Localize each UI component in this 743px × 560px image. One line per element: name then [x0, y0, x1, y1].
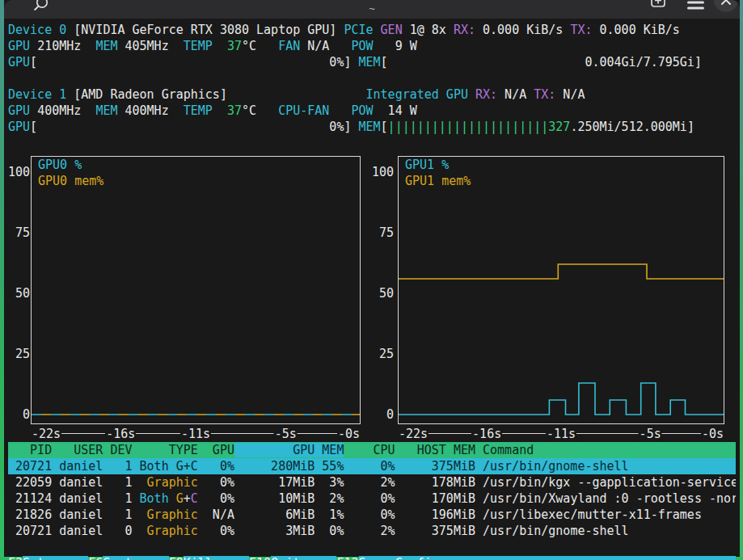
y-tick-label: 25: [379, 346, 394, 362]
device0-info-line2: GPU 210MHz MEM 405MHz TEMP 37°C FAN N/A …: [8, 38, 736, 54]
text-run: N/A: [563, 87, 585, 102]
process-row[interactable]: 20721 daniel 0 Graphic 0% 3MiB 0% 2% 375…: [8, 523, 736, 539]
x-tick-label: -0s: [337, 426, 361, 442]
text-run: CPU-FAN: [278, 103, 336, 118]
text-run: Graphic: [147, 507, 198, 522]
legend-entry: GPU0 mem%: [38, 173, 103, 189]
text-run: +: [184, 491, 191, 506]
fn-setup[interactable]: Setup: [23, 556, 88, 560]
function-key-bar[interactable]: F2Setup F6Sort F9Kill F10Quit F12Save Co…: [8, 555, 736, 560]
text-run: MEM: [95, 103, 125, 118]
text-run: 21124 daniel 1: [8, 491, 140, 506]
new-tab-icon[interactable]: [650, 0, 666, 14]
text-run: °C: [242, 103, 278, 118]
fn-key-f2[interactable]: F2: [8, 556, 23, 560]
process-row-selected[interactable]: 20721 daniel 1 Both G+C 0% 280MiB 55% 0%…: [8, 458, 736, 474]
text-run: C: [191, 491, 198, 506]
x-tick-label: -11s: [180, 426, 211, 442]
x-tick-label: -11s: [546, 426, 576, 442]
text-run: [: [381, 120, 388, 134]
fn-key-f9[interactable]: F9: [169, 556, 184, 560]
text-run: MEM: [358, 55, 380, 69]
text-run: GPU: [8, 55, 30, 69]
process-table-header: PID USER DEV TYPE GPU GPU MEM CPU HOST M…: [8, 442, 736, 458]
device1-gauges-line: GPU[ 0%] MEM[||||||||||||||||||||||327.2…: [8, 119, 736, 135]
gpu0-chart-legend: GPU0 %GPU0 mem%: [38, 157, 103, 189]
process-row[interactable]: 21826 daniel 1 Graphic N/A 6MiB 1% 0% 19…: [8, 507, 736, 523]
gpu0-chart-xaxis: -22s-16s-11s-5s-0s: [31, 426, 361, 442]
text-run: 0.000 KiB/s: [600, 23, 680, 37]
text-run: 37: [227, 39, 242, 53]
process-row[interactable]: 22059 daniel 1 Graphic 0% 17MiB 3% 2% 17…: [8, 474, 736, 491]
window-title: ~: [4, 2, 740, 15]
text-run: 20721 daniel 1 Both G+C 0% 280MiB 55% 0%…: [8, 459, 629, 474]
process-row[interactable]: 21124 daniel 1 Both G+C 0% 10MiB 2% 0% 1…: [8, 491, 736, 507]
close-icon[interactable]: [714, 0, 738, 12]
text-run: 0.000 KiB/s: [483, 23, 570, 37]
gpu1-utilization-chart: GPU1 %GPU1 mem%: [398, 156, 724, 424]
gpu1-chart-xaxis: -22s-16s-11s-5s-0s: [398, 426, 724, 442]
process-table: PID USER DEV TYPE GPU GPU MEM CPU HOST M…: [4, 442, 740, 539]
text-run: POW: [351, 103, 380, 118]
device1-info-line2: GPU 400MHz MEM 400MHz TEMP 37°C CPU-FAN …: [8, 103, 736, 119]
y-tick-label: 100: [372, 164, 394, 180]
fn-key-f6[interactable]: F6: [88, 556, 103, 560]
nvtop-terminal-window: ~ Device 0 [NVIDIA GeForce RTX 3080 Lapt…: [0, 0, 743, 560]
legend-entry: GPU1 %: [405, 157, 471, 173]
text-run: 1@ 8x: [410, 23, 454, 37]
text-run: CPU HOST MEM Command: [344, 443, 534, 457]
text-run: TEMP: [184, 103, 227, 118]
x-tick-label: -16s: [471, 426, 502, 442]
text-run: 20721 daniel 0: [8, 524, 147, 538]
text-run: [169, 491, 176, 506]
fn-key-f10[interactable]: F10: [249, 556, 271, 560]
text-run: N/A: [504, 87, 534, 102]
device1-info-line1: Device 1 [AMD Radeon Graphics] Integrate…: [8, 86, 736, 103]
x-tick-label: -22s: [31, 426, 61, 442]
y-tick-label: 0: [386, 406, 394, 423]
y-tick-label: 0: [23, 406, 30, 423]
window-edge-right: [740, 0, 743, 560]
text-run: [ 0%]: [30, 120, 358, 134]
fn-sort[interactable]: Sort: [103, 556, 168, 560]
text-run: G: [176, 491, 184, 506]
text-run: GPU MEM: [234, 443, 344, 457]
text-run: GPU: [8, 120, 30, 134]
text-run: TX:: [534, 87, 563, 102]
text-run: 22059 daniel 1: [8, 475, 147, 490]
fn-key-f12[interactable]: F12: [336, 556, 358, 560]
y-tick-label: 75: [15, 225, 30, 241]
y-tick-label: 50: [379, 285, 394, 301]
text-run: 0% 3MiB 0% 2% 375MiB /usr/bin/gnome-shel…: [198, 524, 629, 538]
text-run: .250Mi/512.000Mi]: [570, 120, 694, 134]
fn-kill[interactable]: Kill: [184, 556, 249, 560]
x-tick-label: -22s: [398, 426, 428, 442]
text-run: TX:: [570, 23, 599, 37]
text-run: N/A: [307, 39, 351, 53]
text-run: N/A 6MiB 1% 0% 196MiB /usr/libexec/mutte…: [198, 507, 702, 522]
gpu1-chart-plot: [399, 157, 724, 423]
gpu0-chart-plot: [32, 157, 360, 423]
text-run: GEN: [381, 23, 410, 37]
blank-line: [8, 539, 736, 555]
y-tick-label: 25: [15, 346, 30, 362]
text-run: POW: [351, 39, 380, 53]
gpu0-chart-yaxis: 1007550250: [6, 151, 30, 442]
fn-save-config[interactable]: Save Config: [359, 556, 737, 560]
text-run: [NVIDIA GeForce RTX 3080 Laptop GPU]: [66, 23, 344, 37]
text-run: PID USER DEV TYPE GPU: [8, 443, 234, 457]
terminal: Device 0 [NVIDIA GeForce RTX 3080 Laptop…: [4, 19, 740, 557]
text-run: GPU: [8, 103, 37, 118]
text-run: °C: [242, 39, 278, 53]
text-run: 0% 17MiB 3% 2% 178MiB /usr/bin/kgx --gap…: [198, 475, 736, 490]
menu-icon[interactable]: [687, 0, 705, 15]
fn-quit[interactable]: Quit: [271, 556, 336, 560]
y-tick-label: 75: [379, 225, 394, 241]
text-run: PCIe: [344, 23, 380, 37]
text-run: Graphic: [147, 524, 198, 538]
text-run: 400MHz: [37, 103, 95, 118]
text-run: Graphic: [147, 475, 198, 490]
y-tick-label: 100: [8, 164, 30, 180]
y-tick-label: 50: [15, 285, 30, 301]
text-run: [336, 103, 351, 118]
